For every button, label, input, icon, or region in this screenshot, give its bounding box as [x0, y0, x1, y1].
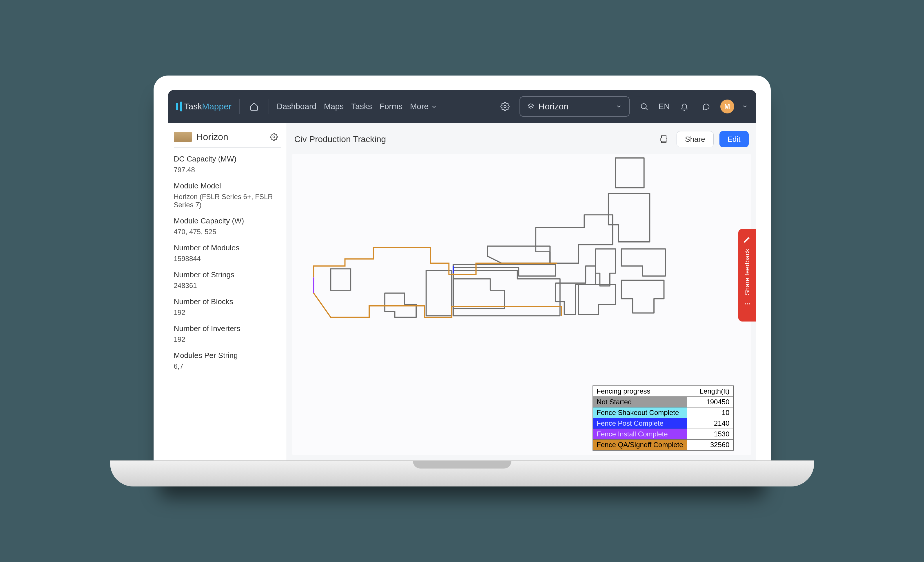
chevron-down-icon[interactable]	[742, 103, 748, 110]
project-selector[interactable]: Horizon	[519, 96, 630, 117]
stat-item: Number of Strings248361	[174, 270, 281, 290]
home-button[interactable]	[247, 100, 261, 114]
svg-marker-17	[488, 246, 550, 263]
nav-forms[interactable]: Forms	[380, 102, 402, 111]
stat-label: Number of Modules	[174, 244, 281, 253]
nav-separator	[239, 99, 240, 114]
avatar[interactable]: M	[720, 100, 734, 114]
nav-dashboard[interactable]: Dashboard	[277, 102, 316, 111]
stat-item: Number of Blocks192	[174, 297, 281, 317]
chat-icon	[702, 102, 710, 111]
brand-text-task: Task	[184, 102, 202, 111]
print-button[interactable]	[657, 132, 671, 146]
nav-more[interactable]: More	[410, 102, 437, 111]
stat-label: Number of Blocks	[174, 297, 281, 306]
stat-label: DC Capacity (MW)	[174, 154, 281, 163]
map-canvas[interactable]: Fencing progress Length(ft) Not Started1…	[292, 154, 751, 455]
stat-item: Module Capacity (W)470, 475, 525	[174, 217, 281, 236]
stat-item: DC Capacity (MW)797.48	[174, 154, 281, 174]
svg-marker-15	[385, 293, 416, 317]
legend-row: Fence Shakeout Complete10	[593, 408, 733, 418]
legend-row: Fence QA/Signoff Complete32560	[593, 439, 733, 450]
main-panel: Civ Production Tracking Share Edit	[287, 123, 756, 460]
svg-point-23	[749, 303, 750, 305]
page-title: Civ Production Tracking	[294, 134, 386, 144]
stat-label: Module Model	[174, 181, 281, 190]
svg-marker-16	[453, 279, 504, 309]
svg-marker-8	[621, 249, 665, 276]
bell-icon	[680, 102, 689, 111]
brand-bar-icon	[180, 102, 182, 111]
edit-label: Edit	[728, 135, 741, 144]
svg-point-2	[273, 136, 274, 138]
feedback-label: Share feedback	[744, 248, 751, 295]
top-nav: TaskMapper Dashboard Maps Tasks Forms Mo…	[168, 90, 756, 123]
legend-col-progress: Fencing progress	[593, 386, 687, 397]
stat-value: 1598844	[174, 255, 281, 263]
stat-value: 192	[174, 308, 281, 317]
home-icon	[249, 102, 259, 111]
stat-label: Module Capacity (W)	[174, 217, 281, 226]
legend-row: Fence Install Complete1530	[593, 429, 733, 439]
chat-button[interactable]	[699, 100, 713, 114]
legend-row-value: 32560	[687, 439, 733, 450]
stat-item: Module ModelHorizon (FSLR Series 6+, FSL…	[174, 181, 281, 209]
brand-logo[interactable]: TaskMapper	[176, 102, 231, 111]
search-icon	[640, 102, 648, 111]
stat-value: 797.48	[174, 166, 281, 174]
svg-marker-7	[596, 249, 615, 286]
gear-icon	[270, 133, 278, 141]
feedback-tab[interactable]: Share feedback	[738, 229, 756, 321]
share-label: Share	[685, 135, 705, 144]
nav-maps[interactable]: Maps	[324, 102, 344, 111]
search-button[interactable]	[637, 100, 651, 114]
legend-row-value: 1530	[687, 429, 733, 439]
svg-marker-14	[426, 270, 452, 316]
nav-more-label: More	[410, 102, 429, 111]
legend-row-label: Fence Install Complete	[593, 429, 687, 439]
pencil-icon	[743, 235, 751, 244]
legend-row-label: Fence Shakeout Complete	[593, 408, 687, 418]
gear-icon	[500, 102, 510, 111]
legend-row-label: Fence QA/Signoff Complete	[593, 439, 687, 450]
settings-button[interactable]	[498, 100, 512, 114]
stat-label: Number of Inverters	[174, 324, 281, 333]
share-button[interactable]: Share	[676, 131, 713, 147]
nav-separator	[268, 99, 269, 114]
more-icon	[744, 300, 751, 307]
project-name: Horizon	[538, 102, 568, 111]
print-icon	[659, 135, 669, 144]
edit-button[interactable]: Edit	[720, 131, 749, 147]
notifications-button[interactable]	[677, 100, 692, 114]
chevron-down-icon	[616, 103, 622, 110]
stat-label: Modules Per String	[174, 351, 281, 360]
stat-value: 248361	[174, 282, 281, 290]
app-window: TaskMapper Dashboard Maps Tasks Forms Mo…	[168, 90, 756, 460]
stat-value: Horizon (FSLR Series 6+, FSLR Series 7)	[174, 193, 281, 209]
sidebar-settings-button[interactable]	[267, 130, 281, 144]
legend-col-length: Length(ft)	[687, 386, 733, 397]
svg-marker-11	[578, 284, 615, 314]
stat-item: Number of Inverters192	[174, 324, 281, 344]
brand-bar-icon	[176, 103, 178, 110]
layers-icon	[527, 103, 535, 110]
stat-value: 6,7	[174, 362, 281, 371]
language-toggle[interactable]: EN	[658, 102, 670, 111]
nav-links: Dashboard Maps Tasks Forms More	[277, 102, 437, 111]
chevron-down-icon	[431, 104, 437, 110]
svg-rect-3	[661, 138, 667, 141]
legend-row: Fence Post Complete2140	[593, 418, 733, 429]
svg-marker-5	[608, 194, 650, 242]
legend-row-label: Fence Post Complete	[593, 418, 687, 429]
legend-row-label: Not Started	[593, 397, 687, 408]
svg-point-0	[504, 105, 506, 108]
svg-marker-6	[536, 215, 612, 263]
site-thumbnail	[174, 132, 192, 142]
svg-point-21	[745, 303, 746, 305]
legend-row: Not Started190450	[593, 397, 733, 408]
avatar-initial: M	[724, 102, 730, 111]
legend-row-value: 2140	[687, 418, 733, 429]
brand-text-mapper: Mapper	[202, 102, 231, 111]
legend-row-value: 190450	[687, 397, 733, 408]
nav-tasks[interactable]: Tasks	[351, 102, 372, 111]
